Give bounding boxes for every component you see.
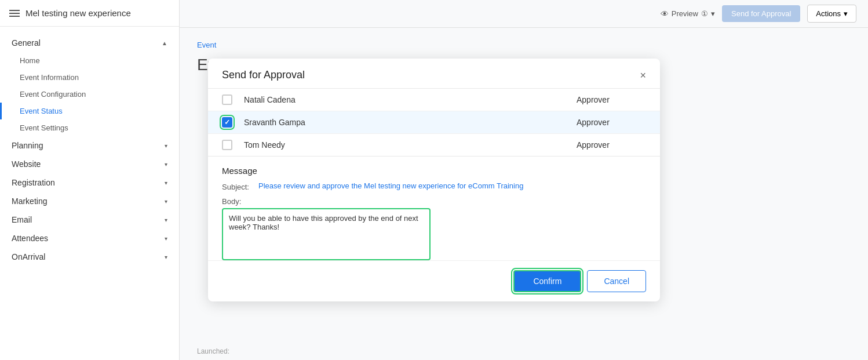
chevron-down-icon: ▾ <box>165 161 167 168</box>
top-bar: 👁 Preview ① ▾ Send for Approval Actions … <box>180 0 868 28</box>
sidebar-group-registration[interactable]: Registration ▾ <box>0 173 179 192</box>
sidebar-group-attendees[interactable]: Attendees ▾ <box>0 229 179 248</box>
body-textarea[interactable] <box>222 208 431 260</box>
sidebar-group-onarrival[interactable]: OnArrival ▾ <box>0 248 179 266</box>
chevron-down-icon: ▾ <box>165 143 167 149</box>
sidebar-header: Mel testing new experience <box>0 0 179 27</box>
sidebar-group-email[interactable]: Email ▾ <box>0 210 179 229</box>
preview-button[interactable]: 👁 Preview ① ▾ <box>661 9 715 19</box>
approver-role-tom: Approver <box>577 140 646 150</box>
sidebar-item-event-settings[interactable]: Event Settings <box>0 119 179 136</box>
modal-title: Send for Approval <box>222 69 305 81</box>
body-label: Body: <box>222 197 646 206</box>
chevron-down-icon: ▾ <box>165 180 167 186</box>
chevron-up-icon: ▲ <box>162 40 167 46</box>
sidebar-item-event-configuration[interactable]: Event Configuration <box>0 86 179 103</box>
approver-checkbox-tom[interactable] <box>222 140 232 150</box>
chevron-down-icon: ▾ <box>165 235 167 242</box>
modal-close-button[interactable]: × <box>640 70 646 81</box>
approver-row: Natali Cadena Approver <box>208 89 660 111</box>
approver-name-sravanth: Sravanth Gampa <box>244 118 565 127</box>
sidebar: Mel testing new experience General ▲ Hom… <box>0 0 180 360</box>
hamburger-icon[interactable] <box>9 10 20 17</box>
chevron-down-icon: ▾ <box>165 217 167 223</box>
modal-header: Send for Approval × <box>208 59 660 89</box>
breadcrumb: Event <box>197 39 851 50</box>
sidebar-group-general[interactable]: General ▲ <box>0 34 179 52</box>
subject-text: Please review and approve the Mel testin… <box>258 181 523 190</box>
preview-icon: 👁 <box>661 9 669 19</box>
approvers-list: Natali Cadena Approver Sravanth Gampa Ap… <box>208 89 660 157</box>
actions-button[interactable]: Actions ▾ <box>807 5 856 23</box>
approver-name-natali: Natali Cadena <box>244 95 565 104</box>
approver-role-natali: Approver <box>577 95 646 104</box>
approver-checkbox-natali[interactable] <box>222 94 232 105</box>
subject-label: Subject: <box>222 181 254 191</box>
sidebar-nav: General ▲ Home Event Information Event C… <box>0 27 179 360</box>
send-for-approval-button[interactable]: Send for Approval <box>722 5 800 22</box>
sidebar-group-planning[interactable]: Planning ▾ <box>0 136 179 155</box>
send-for-approval-modal: Send for Approval × Natali Cadena Approv… <box>208 59 660 301</box>
chevron-down-icon: ▾ <box>844 9 848 18</box>
message-section: Message Subject: Please review and appro… <box>208 157 660 260</box>
subject-row: Subject: Please review and approve the M… <box>222 181 646 191</box>
modal-body: Natali Cadena Approver Sravanth Gampa Ap… <box>208 89 660 260</box>
sidebar-item-home[interactable]: Home <box>0 52 179 69</box>
user-icon: ① <box>701 9 708 18</box>
sidebar-item-event-information[interactable]: Event Information <box>0 69 179 86</box>
confirm-button[interactable]: Confirm <box>513 270 581 292</box>
chevron-down-icon: ▾ <box>165 198 167 205</box>
body-row: Body: <box>222 197 646 260</box>
approver-row: Sravanth Gampa Approver <box>208 111 660 134</box>
sidebar-item-event-status[interactable]: Event Status <box>0 103 179 119</box>
launched-label: Launched: <box>197 347 229 355</box>
cancel-button[interactable]: Cancel <box>587 270 646 292</box>
approver-name-tom: Tom Needy <box>244 140 565 150</box>
modal-footer: Confirm Cancel <box>208 260 660 301</box>
sidebar-group-website[interactable]: Website ▾ <box>0 155 179 173</box>
sidebar-group-marketing[interactable]: Marketing ▾ <box>0 192 179 210</box>
approver-row: Tom Needy Approver <box>208 134 660 156</box>
chevron-down-icon: ▾ <box>711 9 715 18</box>
approver-checkbox-sravanth[interactable] <box>222 117 232 128</box>
chevron-down-icon: ▾ <box>165 254 167 260</box>
app-title: Mel testing new experience <box>25 8 131 18</box>
approver-role-sravanth: Approver <box>577 118 646 127</box>
message-heading: Message <box>222 166 646 176</box>
